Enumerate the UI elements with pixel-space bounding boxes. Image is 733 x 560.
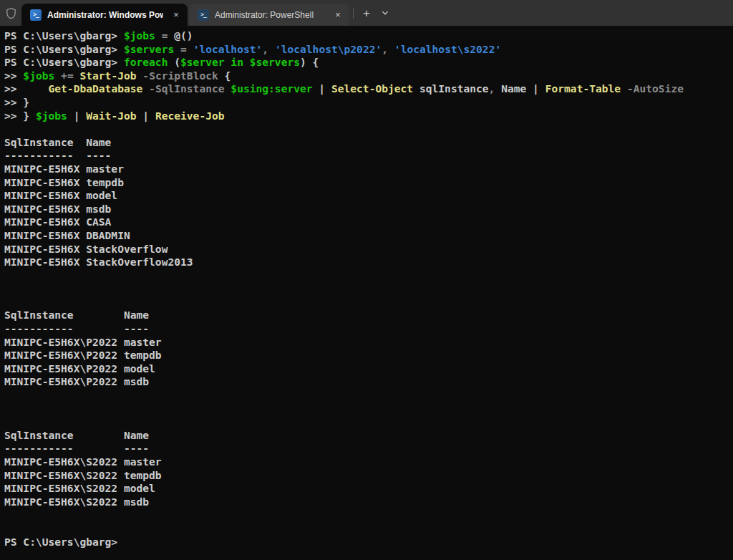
terminal-line	[4, 415, 733, 429]
terminal-line: >> } $jobs | Wait-Job | Receive-Job	[4, 110, 733, 123]
terminal-line	[4, 282, 733, 296]
close-tab-button[interactable]: ×	[331, 8, 345, 22]
close-tab-button[interactable]: ×	[169, 8, 183, 22]
tab-title: Administrator: PowerShell	[215, 10, 325, 20]
powershell-icon: >_	[30, 9, 42, 21]
terminal-content: PS C:\Users\gbarg> $jobs = @()PS C:\User…	[4, 29, 733, 549]
tab-dropdown-button[interactable]	[376, 4, 394, 22]
tab-title: Administrator: Windows PowerShell	[47, 10, 163, 20]
close-icon: ×	[335, 10, 341, 19]
terminal-line	[4, 296, 733, 309]
terminal-line	[4, 508, 733, 522]
tab-windows-powershell[interactable]: >_ Administrator: Windows PowerShell ×	[21, 4, 188, 26]
terminal-line: MINIPC-E5H6X\S2022 tempdb	[4, 469, 733, 483]
new-tab-button[interactable]: +	[357, 4, 376, 22]
terminal-line: MINIPC-E5H6X\P2022 msdb	[4, 375, 733, 389]
terminal-line: PS C:\Users\gbarg> $servers = 'localhost…	[4, 43, 733, 57]
terminal-line	[4, 522, 733, 536]
terminal-line: MINIPC-E5H6X master	[4, 163, 733, 176]
powershell-icon: >_	[198, 9, 209, 21]
terminal-line	[4, 389, 733, 402]
terminal-line: PS C:\Users\gbarg> foreach ($server in $…	[4, 56, 733, 69]
plus-icon: +	[363, 7, 370, 19]
terminal-line: MINIPC-E5H6X\P2022 tempdb	[4, 349, 733, 362]
close-icon: ×	[173, 10, 179, 19]
terminal-line: MINIPC-E5H6X\S2022 msdb	[4, 496, 733, 509]
terminal-line	[4, 402, 733, 416]
chevron-down-icon	[381, 9, 389, 17]
admin-shield-icon	[0, 0, 21, 26]
tab-powershell[interactable]: >_ Administrator: PowerShell ×	[189, 4, 349, 26]
terminal-line: MINIPC-E5H6X\S2022 master	[4, 455, 733, 469]
terminal-line: SqlInstance Name	[4, 136, 733, 150]
terminal-line: MINIPC-E5H6X\S2022 model	[4, 482, 733, 496]
terminal-viewport[interactable]: PS C:\Users\gbarg> $jobs = @()PS C:\User…	[0, 26, 733, 560]
terminal-line: MINIPC-E5H6X\P2022 model	[4, 362, 733, 376]
terminal-line	[4, 269, 733, 283]
terminal-line: MINIPC-E5H6X DBADMIN	[4, 229, 733, 243]
terminal-line: >> }	[4, 96, 733, 110]
terminal-line: ----------- ----	[4, 322, 733, 336]
terminal-line: SqlInstance Name	[4, 309, 733, 322]
terminal-line: MINIPC-E5H6X model	[4, 189, 733, 203]
terminal-line: MINIPC-E5H6X StackOverflow2013	[4, 256, 733, 269]
terminal-line: >> Get-DbaDatabase -SqlInstance $using:s…	[4, 82, 733, 96]
terminal-line: PS C:\Users\gbarg>	[4, 536, 733, 549]
terminal-line: MINIPC-E5H6X tempdb	[4, 176, 733, 190]
terminal-line: MINIPC-E5H6X msdb	[4, 203, 733, 216]
terminal-line: ----------- ----	[4, 149, 733, 163]
terminal-line: >> $jobs += Start-Job -ScriptBlock {	[4, 69, 733, 83]
tabbar-divider	[353, 8, 354, 19]
tab-bar: >_ Administrator: Windows PowerShell × >…	[0, 0, 733, 26]
terminal-line: PS C:\Users\gbarg> $jobs = @()	[4, 29, 733, 43]
terminal-line: MINIPC-E5H6X StackOverflow	[4, 243, 733, 256]
terminal-line: ----------- ----	[4, 442, 733, 455]
terminal-line: MINIPC-E5H6X CASA	[4, 216, 733, 229]
terminal-line	[4, 122, 733, 136]
terminal-line: SqlInstance Name	[4, 429, 733, 443]
terminal-line: MINIPC-E5H6X\P2022 master	[4, 336, 733, 349]
